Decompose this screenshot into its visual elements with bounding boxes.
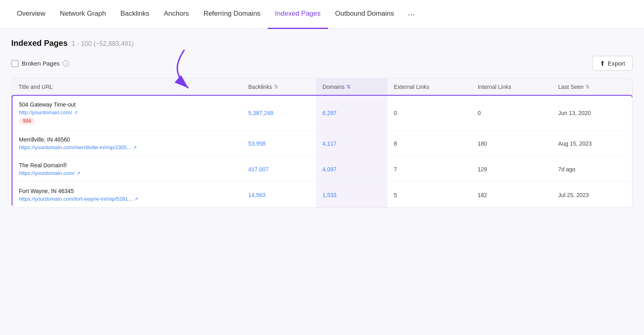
- ext-link-icon: ↗: [133, 145, 137, 150]
- col-header-domains[interactable]: Domains ⇅: [316, 78, 387, 96]
- nav-outbound-domains-label: Outbound Domains: [335, 10, 394, 18]
- nav-overview-label: Overview: [17, 10, 45, 18]
- row1-title: 504 Gateway Time-out: [19, 101, 235, 108]
- cell-internal-3: 129: [471, 156, 552, 182]
- cell-domains-2: 4,117: [316, 131, 387, 156]
- cell-domains-3: 4,097: [316, 156, 387, 182]
- row4-url[interactable]: https://yourdomain.com/fort-wayne-in/mip…: [19, 196, 235, 202]
- broken-pages-filter: Broken Pages i: [11, 60, 69, 67]
- cell-last-seen-3: 7d ago: [552, 156, 632, 182]
- nav-more-label: ···: [408, 9, 415, 19]
- cell-external-2: 8: [388, 131, 471, 156]
- cell-backlinks-2: 53,958: [242, 131, 316, 156]
- nav-bar: Overview Network Graph Backlinks Anchors…: [0, 0, 644, 29]
- nav-indexed-pages[interactable]: Indexed Pages: [268, 0, 328, 29]
- cell-last-seen-2: Aug 15, 2023: [552, 131, 632, 156]
- cell-backlinks-3: 417,007: [242, 156, 316, 182]
- nav-referring-domains-label: Referring Domains: [203, 10, 260, 18]
- row3-url[interactable]: https://yourdomain.com/ ↗: [19, 170, 235, 176]
- toolbar: Broken Pages i ⬆ Export: [11, 56, 633, 71]
- nav-overview[interactable]: Overview: [10, 0, 53, 29]
- page-header: Indexed Pages 1 - 100 (~52,883,491): [11, 39, 633, 48]
- col-header-backlinks[interactable]: Backlinks ⇅: [242, 78, 316, 96]
- ext-link-icon: ↗: [76, 171, 80, 176]
- table-row: Fort Wayne, IN 46345 https://yourdomain.…: [12, 182, 632, 208]
- cell-title-url-4: Fort Wayne, IN 46345 https://yourdomain.…: [12, 182, 242, 208]
- export-label: Export: [608, 60, 625, 67]
- broken-pages-checkbox[interactable]: [11, 60, 19, 67]
- cell-title-url-2: Merrillville, IN 46560 https://yourdomai…: [12, 131, 242, 156]
- cell-domains-4: 1,533: [316, 182, 387, 208]
- nav-backlinks[interactable]: Backlinks: [113, 0, 157, 29]
- table-row: The Real Domain® https://yourdomain.com/…: [12, 156, 632, 182]
- backlinks-sort-icon: ⇅: [274, 84, 278, 90]
- table-row: 504 Gateway Time-out http://yourdomain.c…: [12, 96, 632, 131]
- nav-backlinks-label: Backlinks: [120, 10, 149, 18]
- export-button[interactable]: ⬆ Export: [592, 56, 633, 71]
- cell-last-seen-4: Jul 25, 2023: [552, 182, 632, 208]
- table-annotation-wrapper: Title and URL Backlinks ⇅ Domains ⇅: [11, 78, 633, 208]
- cell-external-4: 5: [388, 182, 471, 208]
- nav-outbound-domains[interactable]: Outbound Domains: [328, 0, 401, 29]
- main-content: Indexed Pages 1 - 100 (~52,883,491) Brok…: [0, 29, 644, 335]
- cell-last-seen-1: Jun 13, 2020: [552, 96, 632, 131]
- page-title: Indexed Pages: [11, 39, 68, 48]
- page-subtitle: 1 - 100 (~52,883,491): [72, 40, 134, 47]
- col-header-title-url: Title and URL: [12, 78, 242, 96]
- nav-anchors-label: Anchors: [164, 10, 189, 18]
- error-badge-1: 504: [19, 117, 35, 125]
- nav-indexed-pages-label: Indexed Pages: [275, 10, 320, 18]
- row2-url[interactable]: https://yourdomain.com/merrillville-in/m…: [19, 144, 235, 150]
- row4-title: Fort Wayne, IN 46345: [19, 188, 235, 194]
- nav-referring-domains[interactable]: Referring Domains: [196, 0, 268, 29]
- cell-external-3: 7: [388, 156, 471, 182]
- table-header-row: Title and URL Backlinks ⇅ Domains ⇅: [12, 78, 632, 96]
- cell-external-1: 0: [388, 96, 471, 131]
- col-header-internal-links: Internal Links: [471, 78, 552, 96]
- row3-title: The Real Domain®: [19, 162, 235, 169]
- export-icon: ⬆: [600, 60, 605, 67]
- nav-more-button[interactable]: ···: [405, 9, 418, 20]
- domains-sort-icon: ⇅: [347, 84, 351, 90]
- cell-title-url-3: The Real Domain® https://yourdomain.com/…: [12, 156, 242, 182]
- col-header-last-seen[interactable]: Last Seen ⇅: [552, 78, 632, 96]
- cell-domains-1: 8,297: [316, 96, 387, 131]
- row1-url[interactable]: http://yourdomain.com/ ↗: [19, 109, 235, 115]
- nav-anchors[interactable]: Anchors: [157, 0, 196, 29]
- broken-pages-label: Broken Pages: [22, 60, 60, 67]
- cell-internal-4: 182: [471, 182, 552, 208]
- cell-backlinks-4: 14,563: [242, 182, 316, 208]
- broken-pages-info-icon[interactable]: i: [63, 60, 69, 67]
- nav-network-graph[interactable]: Network Graph: [53, 0, 113, 29]
- last-seen-sort-icon: ⇅: [586, 84, 590, 90]
- cell-internal-2: 180: [471, 131, 552, 156]
- row2-title: Merrillville, IN 46560: [19, 136, 235, 143]
- cell-internal-1: 0: [471, 96, 552, 131]
- cell-backlinks-1: 5,387,248: [242, 96, 316, 131]
- table-row: Merrillville, IN 46560 https://yourdomai…: [12, 131, 632, 156]
- indexed-pages-table: Title and URL Backlinks ⇅ Domains ⇅: [11, 78, 633, 208]
- ext-link-icon: ↗: [74, 110, 78, 115]
- ext-link-icon: ↗: [134, 196, 138, 202]
- nav-network-graph-label: Network Graph: [60, 10, 106, 18]
- cell-title-url-1: 504 Gateway Time-out http://yourdomain.c…: [12, 96, 242, 131]
- col-header-external-links: External Links: [388, 78, 471, 96]
